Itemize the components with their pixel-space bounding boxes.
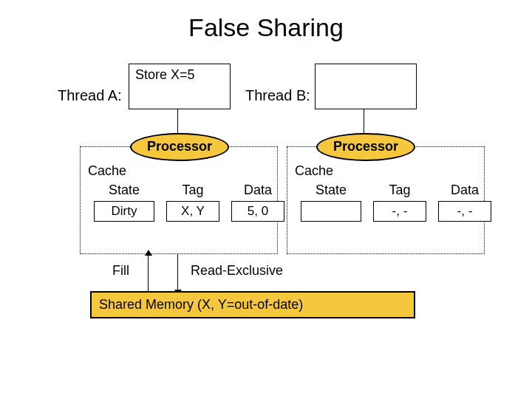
thread-a-op-text: Store X=5 xyxy=(135,67,195,82)
processor-b-pill: Processor xyxy=(316,133,415,161)
thread-b-label: Thread B: xyxy=(245,87,310,104)
cache-a-table: State Dirty Tag X, Y Data 5, 0 xyxy=(94,183,268,222)
cache-a-col-tag: Tag X, Y xyxy=(166,183,219,222)
col-state-header: State xyxy=(109,183,140,198)
cache-b-data-cell: -, - xyxy=(438,201,491,222)
cache-b-tag-cell: -, - xyxy=(373,201,426,222)
cache-b-state-cell xyxy=(301,201,361,222)
cache-b-col-data: Data -, - xyxy=(438,183,491,222)
cache-b-col-tag: Tag -, - xyxy=(373,183,426,222)
col-data-header-b: Data xyxy=(451,183,479,198)
col-state-header-b: State xyxy=(316,183,347,198)
thread-b-op-box xyxy=(315,64,417,109)
arrow-fill-up xyxy=(148,254,149,291)
cache-a-tag-cell: X, Y xyxy=(166,201,219,222)
col-tag-header-b: Tag xyxy=(389,183,410,198)
cache-a-col-data: Data 5, 0 xyxy=(231,183,284,222)
cache-a-col-state: State Dirty xyxy=(94,183,154,222)
thread-a-label: Thread A: xyxy=(58,87,122,104)
fill-label: Fill xyxy=(112,263,129,279)
cache-a-data-cell: 5, 0 xyxy=(231,201,284,222)
readex-label: Read-Exclusive xyxy=(191,263,283,279)
cache-a-state-cell: Dirty xyxy=(94,201,154,222)
processor-a-pill: Processor xyxy=(130,133,229,161)
thread-a-op-box: Store X=5 xyxy=(129,64,231,109)
arrow-threadA-to-proc xyxy=(177,109,178,134)
arrow-threadB-to-proc xyxy=(364,109,364,134)
diagram-stage: False Sharing Thread A: Store X=5 Thread… xyxy=(0,0,532,399)
cache-b-table: State Tag -, - Data -, - xyxy=(301,183,475,222)
cache-a-title: Cache xyxy=(88,163,126,179)
cache-a-box: Cache State Dirty Tag X, Y Data 5, 0 xyxy=(80,146,278,254)
arrow-readex-down xyxy=(177,254,178,291)
shared-memory-text: Shared Memory (X, Y=out-of-date) xyxy=(99,297,303,312)
col-data-header: Data xyxy=(244,183,272,198)
col-tag-header: Tag xyxy=(182,183,203,198)
cache-b-title: Cache xyxy=(295,163,333,179)
shared-memory-bar: Shared Memory (X, Y=out-of-date) xyxy=(90,291,415,318)
page-title: False Sharing xyxy=(0,13,532,42)
cache-b-col-state: State xyxy=(301,183,361,222)
cache-b-box: Cache State Tag -, - Data -, - xyxy=(287,146,485,254)
